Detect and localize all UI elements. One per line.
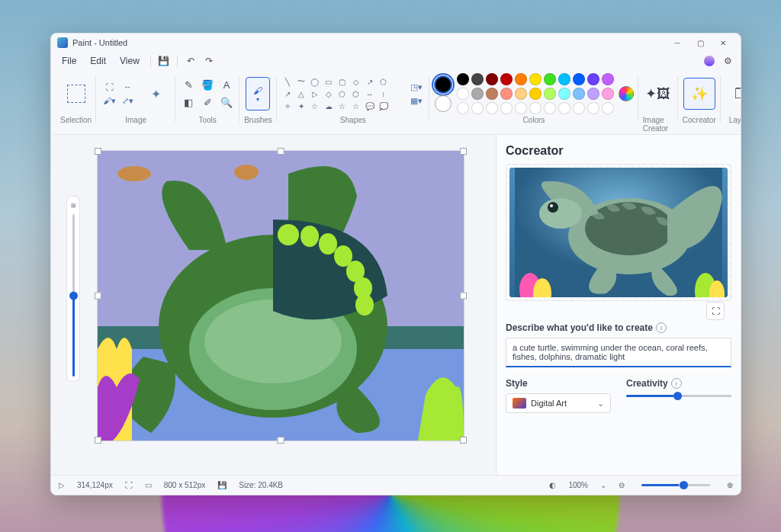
color-swatch[interactable]	[544, 88, 556, 100]
color-swatch[interactable]	[602, 73, 614, 85]
shape-outline-icon[interactable]: ◳▾	[408, 81, 425, 93]
generated-image-frame: ⛶	[506, 164, 731, 301]
color-swatch[interactable]	[529, 102, 542, 114]
color-swatch[interactable]	[602, 88, 614, 100]
color-swatch[interactable]	[515, 73, 527, 85]
style-select[interactable]: Digital Art ⌄	[506, 393, 611, 413]
file-size-icon: 💾	[217, 481, 227, 489]
color-swatch[interactable]	[457, 88, 469, 100]
group-label-tools: Tools	[198, 116, 216, 124]
magnifier-tool-icon[interactable]: 🔍	[218, 95, 235, 111]
shape-fill-icon[interactable]: ▦▾	[408, 95, 425, 107]
creativity-slider[interactable]	[626, 395, 731, 397]
canvas[interactable]	[97, 150, 464, 441]
color-swatch[interactable]	[587, 88, 599, 100]
color-swatch[interactable]	[500, 102, 513, 114]
zoom-slider[interactable]	[641, 484, 710, 486]
maximize-button[interactable]: ▢	[689, 34, 712, 52]
paint-window: Paint - Untitled ─ ▢ ✕ File Edit View 💾 …	[50, 33, 741, 495]
undo-icon[interactable]: ↶	[182, 53, 199, 69]
color-swatch[interactable]	[471, 88, 484, 100]
close-button[interactable]: ✕	[712, 34, 734, 52]
group-label-cocreator: Cocreator	[683, 116, 716, 124]
group-image: ⛶ ↔ 🖌▾ ⤢▾ ✦ Image	[96, 73, 175, 133]
zoom-level[interactable]: 100%	[568, 481, 588, 489]
color-swatch[interactable]	[486, 102, 498, 114]
chevron-down-icon[interactable]: ⌄	[600, 481, 606, 489]
image-creator-button[interactable]: ✦🖼	[643, 79, 673, 109]
menu-view[interactable]: View	[114, 54, 146, 68]
resize-icon[interactable]: ↔	[119, 81, 136, 93]
picker-tool-icon[interactable]: ✐	[199, 95, 216, 111]
color-swatch[interactable]	[457, 102, 469, 114]
color-swatch[interactable]	[515, 102, 527, 114]
color-primary[interactable]	[434, 75, 452, 94]
color-swatch[interactable]	[558, 73, 570, 85]
workspace: ≋	[51, 135, 741, 475]
color-swatch[interactable]	[558, 102, 570, 114]
color-swatch[interactable]	[500, 88, 513, 100]
cocreator-panel: Cocreator	[496, 135, 741, 475]
title-bar[interactable]: Paint - Untitled ─ ▢ ✕	[51, 34, 741, 52]
cursor-pos-icon: ▷	[59, 481, 65, 489]
user-avatar-icon[interactable]	[701, 53, 718, 69]
group-label-colors: Colors	[522, 116, 545, 124]
zoom-in-icon[interactable]: ⊕	[727, 481, 733, 489]
color-swatch[interactable]	[558, 88, 570, 100]
group-cocreator: ✨ Cocreator	[678, 73, 721, 133]
generated-image[interactable]	[509, 168, 728, 297]
edit-colors-button[interactable]	[619, 86, 634, 101]
svg-point-17	[585, 202, 673, 255]
color-swatch[interactable]	[587, 102, 599, 114]
pencil-tool-icon[interactable]: ✎	[180, 78, 197, 93]
color-swatch[interactable]	[500, 73, 513, 85]
color-swatch[interactable]	[529, 88, 542, 100]
save-icon[interactable]: 💾	[156, 53, 172, 69]
color-swatch[interactable]	[471, 73, 484, 85]
enlarge-icon[interactable]: ⛶	[706, 302, 725, 320]
selection-tool-button[interactable]	[61, 77, 92, 111]
info-icon[interactable]: i	[656, 322, 667, 333]
crop-icon[interactable]: ⛶	[101, 81, 117, 93]
remove-background-button[interactable]: ✦	[140, 77, 171, 111]
color-swatch[interactable]	[573, 88, 585, 100]
group-image-creator: ✦🖼 Image Creator	[638, 73, 678, 133]
redo-icon[interactable]: ↷	[201, 53, 217, 69]
color-swatch[interactable]	[573, 73, 585, 85]
color-swatch[interactable]	[544, 73, 556, 85]
color-swatch[interactable]	[486, 73, 498, 85]
color-swatch[interactable]	[515, 88, 527, 100]
menu-edit[interactable]: Edit	[84, 54, 112, 68]
flip-icon[interactable]: ⤢▾	[119, 95, 136, 107]
color-swatch[interactable]	[544, 102, 556, 114]
size-slider[interactable]	[72, 214, 75, 377]
info-icon[interactable]: i	[671, 378, 682, 389]
color-swatch[interactable]	[573, 102, 585, 114]
status-bar: ▷ 314,124px ⛶ ▭ 800 x 512px 💾 Size: 20.4…	[51, 475, 741, 495]
minimize-button[interactable]: ─	[666, 34, 689, 52]
rotate-icon[interactable]: 🖌▾	[101, 95, 117, 107]
color-secondary[interactable]	[435, 95, 452, 112]
fill-tool-icon[interactable]: 🪣	[199, 78, 216, 93]
menu-file[interactable]: File	[56, 54, 82, 68]
color-swatch[interactable]	[602, 102, 614, 114]
cocreator-button[interactable]: ✨	[683, 78, 715, 110]
settings-gear-icon[interactable]: ⚙	[719, 53, 736, 69]
brushes-button[interactable]: 🖌▾	[246, 77, 270, 111]
color-swatch[interactable]	[457, 73, 469, 85]
eraser-tool-icon[interactable]: ◧	[180, 95, 197, 111]
prompt-input[interactable]	[506, 338, 731, 367]
color-swatch[interactable]	[486, 88, 498, 100]
canvas-size-icon: ▭	[145, 481, 152, 489]
zoom-out-icon[interactable]: ⊖	[619, 481, 625, 489]
paint-app-icon	[57, 37, 68, 48]
color-swatch[interactable]	[529, 73, 542, 85]
color-swatch[interactable]	[587, 73, 599, 85]
copilot-icon[interactable]: ◐	[549, 481, 556, 489]
text-tool-icon[interactable]: A	[218, 78, 235, 93]
color-swatch[interactable]	[471, 102, 484, 114]
layers-button[interactable]: ❐	[725, 79, 741, 109]
describe-label: Describe what you'd like to createi	[506, 322, 731, 333]
shapes-gallery[interactable]: ╲〜◯▭▢◇↗⬠ ↗△▷◇⬠⬡↔↕ ✧✦☆☁☆☆💬💭	[281, 76, 403, 111]
cocreator-panel-title: Cocreator	[506, 144, 731, 158]
